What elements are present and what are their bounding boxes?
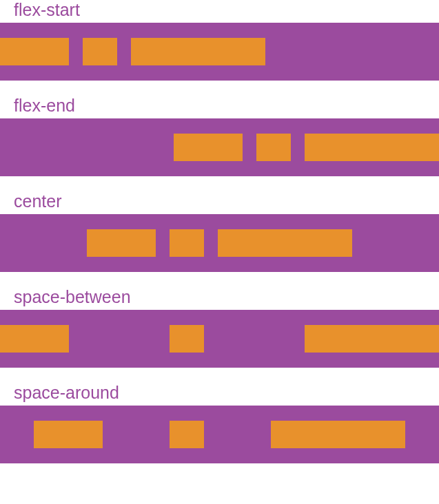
container-space-around <box>0 406 439 463</box>
flex-item <box>0 325 69 353</box>
flex-item <box>305 325 439 353</box>
label-center: center <box>0 191 439 214</box>
flex-item <box>87 229 156 257</box>
flex-item <box>83 38 117 65</box>
flex-item <box>131 38 265 65</box>
flex-item <box>34 421 103 448</box>
example-space-between: space-between <box>0 287 439 368</box>
label-space-around: space-around <box>0 383 439 406</box>
container-flex-start <box>0 23 439 81</box>
label-flex-end: flex-end <box>0 96 439 118</box>
example-center: center <box>0 191 439 272</box>
flex-item <box>218 229 352 257</box>
container-space-between <box>0 310 439 368</box>
label-space-between: space-between <box>0 287 439 310</box>
container-center <box>0 214 439 272</box>
flex-item <box>170 229 204 257</box>
flex-item <box>170 325 204 353</box>
flex-item <box>305 134 439 161</box>
flex-item <box>271 421 405 448</box>
example-space-around: space-around <box>0 383 439 463</box>
example-flex-start: flex-start <box>0 0 439 81</box>
flex-item <box>0 38 69 65</box>
flex-item <box>174 134 243 161</box>
flex-item <box>256 134 291 161</box>
label-flex-start: flex-start <box>0 0 439 23</box>
flex-item <box>170 421 204 448</box>
container-flex-end <box>0 118 439 176</box>
example-flex-end: flex-end <box>0 96 439 176</box>
